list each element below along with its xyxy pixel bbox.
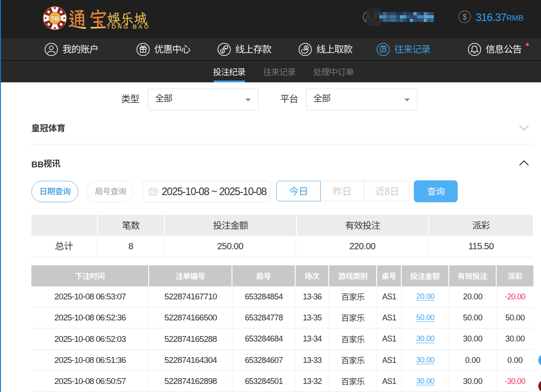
- svg-text:TB: TB: [51, 15, 59, 22]
- svg-text:$: $: [305, 45, 308, 50]
- svg-text:$: $: [463, 13, 467, 21]
